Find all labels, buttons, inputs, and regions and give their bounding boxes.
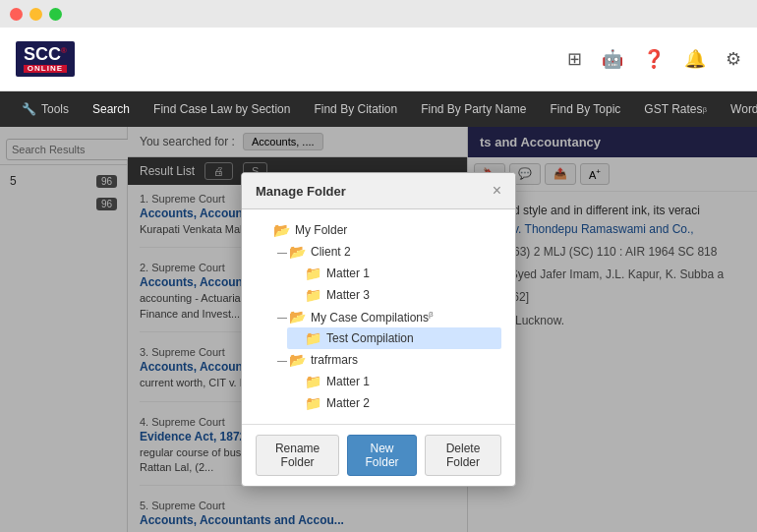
my-folder-icon: 📂: [273, 222, 290, 238]
compilations-children: 📁 Test Compilation: [271, 327, 501, 349]
modal-body: 📂 My Folder — 📂 Client 2: [242, 209, 515, 424]
robot-icon[interactable]: 🤖: [602, 48, 623, 70]
navbar-tools[interactable]: 🔧 Tools: [10, 91, 81, 127]
tree-item-trafrmars[interactable]: — 📂 trafrmars: [271, 349, 501, 371]
logo-online-text: ONLINE: [24, 65, 67, 74]
tree-item-trafrmars-matter1[interactable]: 📁 Matter 1: [287, 371, 501, 392]
navbar-gst-rates-label: GST Rates: [644, 102, 702, 116]
delete-folder-button[interactable]: Delete Folder: [425, 435, 501, 476]
close-dot[interactable]: [10, 8, 23, 21]
logo-scc-text: SCC®: [24, 44, 67, 64]
titlebar: [0, 0, 757, 28]
header: SCC® ONLINE ⊞ 🤖 ❓ 🔔 ⚙: [0, 28, 757, 91]
matter3-icon: 📁: [305, 287, 321, 303]
test-compilation-label: Test Compilation: [326, 331, 497, 345]
navbar-find-case-law[interactable]: Find Case Law by Section: [142, 91, 302, 127]
navbar-search[interactable]: Search: [81, 91, 142, 127]
client2-children: 📁 Matter 1 📁 Matter 3: [271, 263, 501, 306]
trafrmars-label: trafrmars: [311, 353, 497, 367]
navbar-gst-rates[interactable]: GST Ratesβ: [632, 91, 719, 127]
matter1-icon: 📁: [305, 266, 321, 281]
trafrmars-icon: 📂: [289, 352, 306, 368]
tree-node-matter3: 📁 Matter 3: [287, 284, 501, 306]
tree-node-client2: — 📂 Client 2 📁 Matter 1: [271, 241, 501, 306]
navbar-find-topic[interactable]: Find By Topic: [539, 91, 633, 127]
header-icons: ⊞ 🤖 ❓ 🔔 ⚙: [567, 48, 741, 70]
logo-box: SCC® ONLINE: [16, 41, 75, 78]
folder-tree: 📂 My Folder — 📂 Client 2: [256, 219, 501, 414]
tree-item-my-folder[interactable]: 📂 My Folder: [256, 219, 501, 241]
my-folder-children: — 📂 Client 2 📁 Matter 1: [256, 241, 501, 414]
main-content: 🔍 5 96 96 You searched for : Accounts, .…: [0, 127, 757, 532]
rename-folder-button[interactable]: Rename Folder: [256, 435, 339, 476]
navbar-find-topic-label: Find By Topic: [551, 102, 621, 116]
logo: SCC® ONLINE: [16, 41, 75, 78]
navbar-words-phrases[interactable]: Words & Phrases: [719, 91, 757, 127]
tree-node-matter1: 📁 Matter 1: [287, 263, 501, 284]
tree-item-matter1[interactable]: 📁 Matter 1: [287, 263, 501, 284]
tree-node-trafrmars-matter1: 📁 Matter 1: [287, 371, 501, 392]
navbar-tools-label: Tools: [41, 102, 69, 116]
tree-node-my-folder: 📂 My Folder — 📂 Client 2: [256, 219, 501, 414]
matter1-label: Matter 1: [326, 266, 497, 280]
modal-title: Manage Folder: [256, 184, 346, 199]
client2-label: Client 2: [311, 245, 497, 259]
gear-icon[interactable]: ⚙: [726, 48, 741, 70]
trafrmars-matter2-label: Matter 2: [326, 396, 497, 410]
tree-item-test-compilation[interactable]: 📁 Test Compilation: [287, 327, 501, 349]
test-compilation-icon: 📁: [305, 330, 321, 346]
tree-node-trafrmars: — 📂 trafrmars 📁 Matter 1: [271, 349, 501, 414]
navbar-find-case-law-label: Find Case Law by Section: [153, 102, 290, 116]
manage-folder-modal: Manage Folder × 📂 My Folder: [241, 172, 516, 487]
tools-icon: 🔧: [22, 102, 36, 116]
help-icon[interactable]: ❓: [643, 48, 665, 70]
my-folder-label: My Folder: [295, 223, 497, 237]
trafrmars-matter2-icon: 📁: [305, 395, 321, 411]
tree-item-trafrmars-matter2[interactable]: 📁 Matter 2: [287, 392, 501, 414]
navbar-find-party[interactable]: Find By Party Name: [409, 91, 538, 127]
navbar-search-label: Search: [92, 102, 130, 116]
navbar-find-citation[interactable]: Find By Citation: [302, 91, 409, 127]
toggle-client2: —: [275, 247, 289, 258]
maximize-dot[interactable]: [49, 8, 62, 21]
trafrmars-matter1-label: Matter 1: [326, 375, 497, 388]
tree-node-compilations: — 📂 My Case Compilationsβ 📁 Test Compil: [271, 306, 501, 349]
bell-icon[interactable]: 🔔: [684, 48, 706, 70]
navbar-find-party-label: Find By Party Name: [421, 102, 526, 116]
compilations-icon: 📂: [289, 309, 306, 325]
tree-item-client2[interactable]: — 📂 Client 2: [271, 241, 501, 263]
navbar-find-citation-label: Find By Citation: [314, 102, 397, 116]
trafrmars-matter1-icon: 📁: [305, 374, 321, 389]
tree-node-test-compilation: 📁 Test Compilation: [287, 327, 501, 349]
minimize-dot[interactable]: [29, 8, 42, 21]
tree-item-matter3[interactable]: 📁 Matter 3: [287, 284, 501, 306]
matter3-label: Matter 3: [326, 288, 497, 302]
modal-footer: Rename Folder New Folder Delete Folder: [242, 424, 515, 486]
client2-icon: 📂: [289, 244, 306, 260]
toggle-trafrmars: —: [275, 355, 289, 366]
compilations-label: My Case Compilationsβ: [311, 310, 497, 325]
toggle-compilations: —: [275, 312, 289, 323]
modal-close-button[interactable]: ×: [493, 183, 501, 199]
navbar: 🔧 Tools Search Find Case Law by Section …: [0, 91, 757, 127]
navbar-words-phrases-label: Words & Phrases: [730, 102, 757, 116]
logo-sup: ®: [61, 46, 67, 55]
trafrmars-children: 📁 Matter 1 📁 Matter 2: [271, 371, 501, 414]
new-folder-button[interactable]: New Folder: [347, 435, 417, 476]
tree-item-compilations[interactable]: — 📂 My Case Compilationsβ: [271, 306, 501, 327]
tree-node-trafrmars-matter2: 📁 Matter 2: [287, 392, 501, 414]
modal-header: Manage Folder ×: [242, 173, 515, 209]
grid-icon[interactable]: ⊞: [567, 48, 582, 70]
